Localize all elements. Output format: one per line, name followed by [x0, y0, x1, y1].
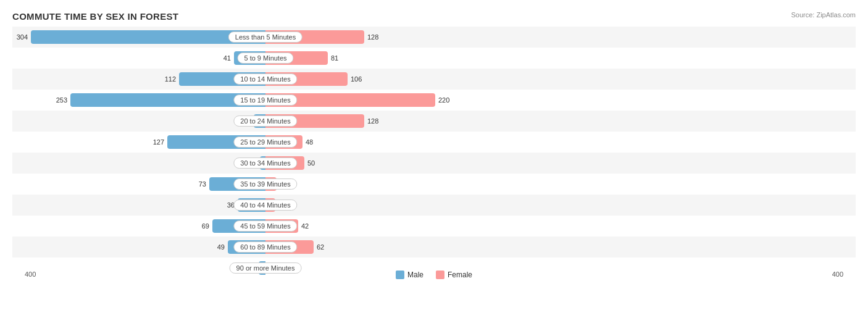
left-section-4: 15: [12, 111, 265, 132]
rows-wrapper: 304 Less than 5 Minutes 128 41: [12, 27, 856, 279]
female-bar-5: [265, 135, 303, 149]
right-section-5: 48: [265, 132, 856, 153]
right-section-11: 0: [265, 258, 856, 279]
left-section-7: 73: [12, 174, 265, 195]
table-row: 15 20 to 24 Minutes 128: [12, 111, 856, 132]
female-bar-0: [265, 30, 364, 44]
female-bar-4: [265, 114, 364, 128]
male-bar-10: [228, 240, 265, 254]
male-bar-8: [238, 198, 265, 212]
left-section-9: 69: [12, 216, 265, 237]
table-row: 49 60 to 89 Minutes 62: [12, 237, 856, 258]
female-value-7: 14: [280, 180, 287, 188]
male-value-1: 41: [223, 54, 231, 62]
male-bar-1: [234, 51, 265, 65]
right-section-8: 13: [265, 195, 856, 216]
right-section-3: 220: [265, 90, 856, 111]
chart-container: COMMUTE TIME BY SEX IN FOREST Source: Zi…: [0, 0, 868, 323]
right-section-10: 62: [265, 237, 856, 258]
male-value-5: 127: [153, 138, 164, 146]
male-bar-6: [260, 156, 265, 170]
left-section-8: 36: [12, 195, 265, 216]
female-color-swatch: [436, 271, 444, 279]
left-section-1: 41: [12, 48, 265, 69]
left-section-5: 127: [12, 132, 265, 153]
left-section-11: 9: [12, 258, 265, 279]
female-value-11: 0: [269, 264, 272, 272]
male-value-4: 15: [243, 117, 251, 125]
source-text: Source: ZipAtlas.com: [791, 11, 856, 19]
left-section-2: 112: [12, 69, 265, 90]
male-label: Male: [407, 271, 424, 279]
right-section-6: 50: [265, 153, 856, 174]
legend-female: Female: [436, 271, 472, 279]
male-bar-7: [209, 177, 265, 191]
female-bar-8: [265, 198, 275, 212]
male-value-10: 49: [217, 243, 225, 251]
male-bar-9: [212, 219, 265, 233]
legend: Male Female: [396, 271, 472, 279]
left-section-0: 304: [12, 27, 265, 48]
male-bar-3: [70, 93, 265, 107]
female-bar-2: [265, 72, 348, 86]
male-value-7: 73: [199, 180, 206, 188]
female-bar-10: [265, 240, 314, 254]
axis-label-right: 400: [832, 271, 843, 278]
female-value-6: 50: [307, 159, 315, 167]
axis-label-left: 400: [25, 271, 36, 278]
table-row: 127 25 to 29 Minutes 48: [12, 132, 856, 153]
chart-title: COMMUTE TIME BY SEX IN FOREST: [12, 11, 856, 22]
right-section-2: 106: [265, 69, 856, 90]
female-bar-7: [265, 177, 277, 191]
female-label: Female: [448, 271, 472, 279]
female-bar-6: [265, 156, 304, 170]
female-value-8: 13: [278, 201, 286, 209]
right-section-1: 81: [265, 48, 856, 69]
table-row: 73 35 to 39 Minutes 14: [12, 174, 856, 195]
left-section-6: 7: [12, 153, 265, 174]
legend-male: Male: [396, 271, 424, 279]
female-value-0: 128: [367, 33, 378, 41]
right-section-0: 128: [265, 27, 856, 48]
female-value-5: 48: [306, 138, 313, 146]
female-bar-3: [265, 93, 435, 107]
table-row: 7 30 to 34 Minutes 50: [12, 153, 856, 174]
male-color-swatch: [396, 271, 404, 279]
female-value-10: 62: [317, 243, 324, 251]
male-value-3: 253: [56, 96, 67, 104]
table-row: 304 Less than 5 Minutes 128: [12, 27, 856, 48]
right-section-9: 42: [265, 216, 856, 237]
male-bar-5: [167, 135, 265, 149]
male-bar-11: [259, 261, 265, 275]
male-value-11: 9: [252, 264, 256, 272]
female-value-1: 81: [331, 54, 338, 62]
female-value-2: 106: [351, 75, 362, 83]
table-row: 36 40 to 44 Minutes 13: [12, 195, 856, 216]
female-value-9: 42: [301, 222, 309, 230]
male-bar-2: [179, 72, 265, 86]
female-value-4: 128: [367, 117, 378, 125]
right-section-7: 14: [265, 174, 856, 195]
male-value-0: 304: [17, 33, 28, 41]
table-row: 253 15 to 19 Minutes 220: [12, 90, 856, 111]
male-value-9: 69: [202, 222, 209, 230]
female-value-3: 220: [438, 96, 449, 104]
table-row: 69 45 to 59 Minutes 42: [12, 216, 856, 237]
female-bar-9: [265, 219, 298, 233]
male-value-8: 36: [227, 201, 235, 209]
right-section-4: 128: [265, 111, 856, 132]
table-row: 41 5 to 9 Minutes 81: [12, 48, 856, 69]
male-value-2: 112: [165, 75, 176, 83]
female-bar-1: [265, 51, 328, 65]
table-row: 112 10 to 14 Minutes 106: [12, 69, 856, 90]
chart-area: 304 Less than 5 Minutes 128 41: [12, 27, 856, 283]
left-section-10: 49: [12, 237, 265, 258]
male-bar-0: [31, 30, 265, 44]
left-section-3: 253: [12, 90, 265, 111]
male-value-6: 7: [253, 159, 257, 167]
male-bar-4: [254, 114, 265, 128]
